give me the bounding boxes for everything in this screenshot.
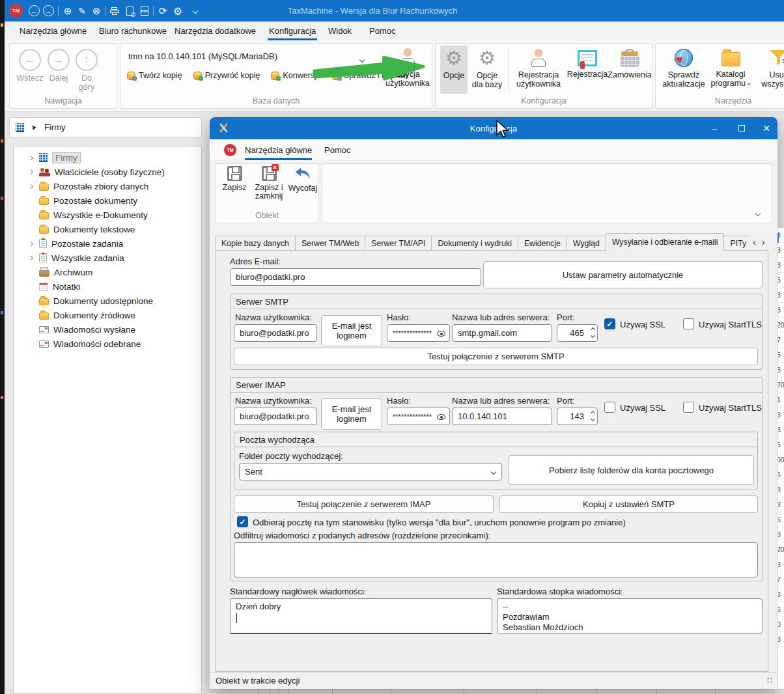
tree-item-firmy[interactable]: Firmy — [14, 150, 201, 165]
check-updates-button[interactable]: Sprawdź aktualizacje — [662, 46, 705, 89]
tree-item-dokumenty-tekstowe[interactable]: Dokumenty tekstowe — [14, 222, 201, 236]
remove-all-button[interactable]: ✕ Usuń wszystkie — [758, 46, 784, 89]
imap-ssl-checkbox[interactable] — [604, 402, 615, 413]
tab-kopie-bazy-danych[interactable]: Kopie bazy danych — [215, 236, 296, 251]
auto-params-button[interactable]: Ustaw parametry automatycznie — [483, 261, 763, 288]
receive-mail-checkbox[interactable] — [237, 516, 248, 527]
tree-item-dokumenty-udostepnione[interactable]: Dokumenty udostępnione — [14, 294, 201, 308]
back-nav-label[interactable]: Wstecz — [16, 74, 44, 83]
options-button[interactable]: ⚙ Opcje — [440, 46, 468, 94]
outgoing-folder-select[interactable]: Sent — [239, 463, 502, 480]
imap-ssl-label[interactable]: Używaj SSL — [620, 403, 665, 413]
tab-wysylanie-i-odbieranie-email[interactable]: Wysyłanie i odbieranie e-maili — [606, 233, 725, 251]
tree-item-dokumenty-zrodlowe[interactable]: Dokumenty źródłowe — [14, 308, 201, 322]
tree-item-notatki[interactable]: Notatki — [14, 279, 201, 294]
expand-icon[interactable] — [27, 156, 35, 160]
tab-scroll-right-icon[interactable]: › — [762, 237, 765, 247]
tab-scroll-left-icon[interactable]: ‹ — [753, 237, 756, 247]
tree-item-pozostale-dokumenty[interactable]: Pozostałe dokumenty — [14, 193, 201, 208]
tree-item-wlasciciele[interactable]: Właściciele (osoby fizyczne) — [14, 165, 201, 179]
up-nav-label[interactable]: Do góry — [74, 74, 100, 92]
imap-group-header[interactable]: Serwer IMAP — [231, 378, 762, 393]
menu-tab-pomoc[interactable]: Pomoc — [368, 21, 397, 40]
imap-port-input[interactable]: 143 — [557, 408, 598, 425]
tab-dokumenty-i-wydruki[interactable]: Dokumenty i wydruki — [431, 236, 518, 251]
port-spinner[interactable] — [591, 328, 595, 337]
breadcrumb[interactable]: Firmy — [9, 117, 202, 137]
imap-test-button[interactable]: Testuj połączenie z serwerem IMAP — [234, 495, 494, 513]
minimize-button[interactable]: – — [701, 117, 728, 139]
smtp-ssl-label[interactable]: Używaj SSL — [620, 320, 665, 329]
expand-icon[interactable] — [27, 257, 35, 260]
smtp-port-input[interactable]: 465 — [557, 324, 598, 342]
smtp-password-input[interactable]: ************** — [387, 324, 450, 342]
maximize-button[interactable] — [728, 117, 755, 139]
back-nav-icon[interactable]: ← — [19, 49, 41, 71]
imap-email-is-login-button[interactable]: E-mail jest loginem — [321, 398, 382, 430]
imap-starttls-checkbox[interactable] — [683, 402, 694, 413]
chevron-down-icon[interactable] — [189, 5, 201, 17]
expand-icon[interactable] — [27, 171, 35, 174]
dialog-tab-pomoc[interactable]: Pomoc — [324, 139, 350, 160]
copy-smtp-button[interactable]: Kopiuj z ustawień SMTP — [499, 495, 758, 513]
smtp-test-button[interactable]: Testuj połączenie z serwerem SMTP — [234, 348, 758, 365]
add-icon[interactable]: ⊕ — [62, 5, 74, 17]
tree-item-pozostale-zbiory[interactable]: Pozostałe zbiory danych — [14, 179, 201, 193]
menu-tab-narzedzia-dodatkowe[interactable]: Narzędzia dodatkowe — [173, 21, 257, 40]
forward-nav-label[interactable]: Dalej — [46, 74, 71, 83]
imap-password-input[interactable]: ************** — [387, 408, 450, 425]
save-close-button[interactable]: ✕ Zapisz i zamknij — [251, 166, 287, 201]
outgoing-group-header[interactable]: Poczta wychodząca — [234, 432, 757, 447]
tree-item-wiadomosci-wyslane[interactable]: Wiadomości wysłane — [14, 322, 201, 337]
menu-tab-konfiguracja[interactable]: Konfiguracja — [268, 21, 317, 40]
smtp-ssl-checkbox[interactable] — [604, 318, 615, 329]
forward-icon[interactable]: → — [43, 5, 54, 16]
tab-pity[interactable]: PITy — [723, 236, 750, 251]
tree-item-archiwum[interactable]: Archiwum — [14, 265, 201, 279]
smtp-email-is-login-button[interactable]: E-mail jest loginem — [321, 315, 382, 346]
tree-item-wiadomosci-odebrane[interactable]: Wiadomości odebrane — [14, 337, 201, 351]
menu-tab-biuro-rachunkowe[interactable]: Biuro rachunkowe — [98, 21, 168, 40]
header-textarea[interactable]: Dzień dobry — [230, 598, 492, 634]
close-button[interactable]: ✕ — [755, 117, 777, 139]
print-icon[interactable] — [109, 5, 120, 17]
dialog-tab-narzedzia-glowne[interactable]: Narzędzia główne — [245, 139, 312, 160]
back-icon[interactable]: ← — [29, 5, 40, 16]
smtp-group-header[interactable]: Serwer SMTP — [231, 294, 762, 309]
receive-mail-label[interactable]: Odbieraj pocztę na tym stanowisku (tylko… — [253, 518, 626, 527]
imap-username-input[interactable]: biuro@podatki.pro — [234, 408, 317, 425]
smtp-username-input[interactable]: biuro@podatki.pro — [234, 324, 317, 342]
tab-wyglad[interactable]: Wygląd — [567, 236, 606, 251]
expand-icon[interactable] — [27, 242, 35, 245]
restore-copy-button[interactable]: Przywróć kopię — [193, 71, 260, 80]
ribbon-collapse-chevron-icon[interactable] — [756, 208, 760, 217]
show-password-icon[interactable] — [437, 414, 445, 420]
tab-ewidencje[interactable]: Ewidencje — [518, 236, 567, 251]
registration-button[interactable]: Rejestracja — [566, 46, 609, 79]
smtp-starttls-checkbox[interactable] — [683, 318, 694, 329]
create-copy-button[interactable]: Twórz kopię — [127, 71, 182, 80]
menu-tab-widok[interactable]: Widok — [327, 21, 353, 40]
tree-item-wszystkie-edokumenty[interactable]: Wszystkie e-Dokumenty — [14, 208, 201, 222]
delete-icon[interactable]: ⊗ — [91, 5, 102, 17]
up-nav-icon[interactable]: ↑ — [76, 49, 98, 71]
settings-gear-icon[interactable]: ⚙ — [172, 5, 184, 17]
options-for-db-button[interactable]: ⚙ Opcje dla bazy — [470, 46, 504, 89]
expand-icon[interactable] — [27, 185, 35, 188]
pdf-export-icon[interactable]: PDF — [139, 5, 150, 17]
show-password-icon[interactable] — [437, 331, 445, 337]
port-spinner[interactable] — [591, 411, 595, 421]
tree-item-pozostale-zadania[interactable]: Pozostałe zadania — [14, 236, 201, 251]
footer-textarea[interactable]: -- Pozdrawiam Sebastian Moździoch — [497, 598, 763, 634]
program-catalogs-button[interactable]: Katalogi programu — [707, 46, 755, 88]
edit-icon[interactable]: ✎ — [76, 5, 88, 17]
filter-textarea[interactable] — [234, 542, 758, 577]
smtp-starttls-label[interactable]: Używaj StartTLS — [699, 320, 762, 329]
refresh-icon[interactable]: ⟳ — [157, 5, 169, 17]
smtp-server-input[interactable]: smtp.gmail.com — [452, 324, 552, 342]
resize-grip[interactable] — [766, 677, 773, 684]
orders-button[interactable]: Zamówienia — [609, 46, 651, 79]
undo-button[interactable]: Wycofaj — [288, 166, 317, 193]
forward-nav-icon[interactable]: → — [48, 49, 70, 71]
tab-serwer-tm-web[interactable]: Serwer TM/Web — [295, 236, 365, 251]
